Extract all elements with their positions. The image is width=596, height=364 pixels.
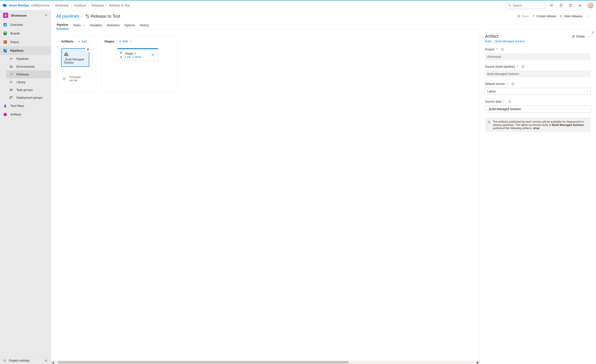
svg-rect-20: [5, 32, 7, 33]
tab-tasks[interactable]: Tasks: [73, 22, 86, 29]
tab-pipeline[interactable]: Pipeline: [56, 22, 69, 29]
releases-icon: [9, 72, 13, 76]
scroll-right-icon[interactable]: ▶: [476, 361, 480, 364]
svg-rect-34: [10, 89, 13, 90]
sidebar-item-repos[interactable]: Repos: [0, 38, 51, 46]
content-row: Artifacts | Add _Build Managed Solution: [51, 30, 596, 364]
sidebar-item-artifacts[interactable]: Artifacts: [0, 110, 51, 119]
sidebar-item-testplans[interactable]: Test Plans: [0, 102, 51, 110]
delete-label: Delete: [576, 35, 585, 38]
svg-rect-46: [518, 16, 520, 17]
search-input[interactable]: [513, 4, 550, 7]
add-artifact-button[interactable]: Add: [78, 40, 87, 43]
stage-jobs-link[interactable]: 1 job, 2 tasks: [125, 55, 148, 58]
sidebar-sub-taskgroups[interactable]: Task groups: [6, 86, 51, 94]
view-releases-button[interactable]: View releases: [558, 13, 584, 19]
sidebar-sub-deploymentgroups[interactable]: Deployment groups: [6, 94, 51, 102]
search-box[interactable]: [506, 2, 545, 9]
sidebar-item-overview[interactable]: Overview: [0, 21, 51, 29]
azure-devops-logo-icon[interactable]: [3, 3, 7, 7]
svg-point-72: [590, 36, 590, 37]
sidebar-sub-environments[interactable]: Environments: [6, 63, 51, 70]
stage-card[interactable]: Stage 1 1 job, 2 tasks: [117, 48, 158, 61]
artifact-card[interactable]: _Build Managed Solution: [61, 48, 89, 67]
chevron-down-icon: [130, 40, 132, 43]
alias-label: Source alias: [485, 100, 502, 103]
schedule-row[interactable]: Schedule not set: [61, 75, 93, 82]
trigger-icon[interactable]: [85, 46, 91, 52]
svg-rect-30: [11, 66, 12, 68]
sidebar-item-label: Artifacts: [10, 113, 21, 116]
panel-more-button[interactable]: [588, 35, 591, 38]
gear-icon: [3, 359, 7, 362]
sidebar-sub-releases[interactable]: Releases: [6, 70, 51, 78]
breadcrumb-item[interactable]: Releases: [91, 4, 104, 7]
svg-rect-36: [10, 96, 11, 97]
breadcrumb-sep: /: [52, 4, 53, 7]
all-pipelines-link[interactable]: All pipelines: [56, 14, 79, 19]
breadcrumb-item[interactable]: Release to Test: [109, 4, 130, 7]
scroll-left-icon[interactable]: ◀: [51, 361, 54, 364]
svg-line-33: [12, 81, 12, 83]
source-label: Source (build pipeline): [485, 65, 515, 68]
sidebar-footer[interactable]: Project settings: [0, 357, 51, 364]
info-callout: The artifacts published by each version …: [485, 118, 591, 132]
deploymentgroups-icon: [9, 96, 13, 100]
panel-subtitle[interactable]: Build - _Build Managed Solution: [485, 40, 591, 43]
version-select[interactable]: Latest: [485, 88, 591, 95]
breadcrumb-item[interactable]: Showcase: [55, 4, 69, 7]
info-icon[interactable]: [512, 82, 514, 85]
stage-pre-icons[interactable]: [120, 51, 123, 59]
work-items-icon[interactable]: [548, 1, 555, 9]
project-badge: S: [3, 13, 8, 18]
tab-label: Tasks: [73, 23, 81, 27]
sidebar-sub-label: Library: [16, 80, 26, 84]
sidebar-sub-pipelines-item[interactable]: Pipelines: [6, 55, 51, 63]
info-icon[interactable]: [522, 65, 524, 68]
alias-input[interactable]: [487, 107, 589, 111]
artifacts-column: Artifacts | Add _Build Managed Solution: [58, 36, 96, 92]
tab-history[interactable]: History: [139, 22, 149, 29]
sidebar-item-boards[interactable]: Boards: [0, 29, 51, 38]
delete-button[interactable]: Delete: [572, 35, 585, 38]
create-release-button[interactable]: Create release: [530, 13, 558, 19]
sidebar-project-header[interactable]: S Showcase: [0, 10, 51, 21]
alias-input-wrap[interactable]: [485, 105, 591, 113]
help-icon[interactable]: [567, 1, 574, 9]
stage-name: Stage 1: [125, 52, 148, 55]
svg-point-24: [6, 42, 6, 43]
svg-point-5: [550, 4, 550, 5]
tab-options[interactable]: Options: [124, 22, 135, 29]
user-avatar[interactable]: [587, 2, 593, 8]
tab-retention[interactable]: Retention: [106, 22, 120, 29]
sidebar-item-label: Overview: [10, 23, 23, 27]
stage-post-icon[interactable]: [150, 52, 156, 58]
project-name: Showcase: [11, 14, 45, 17]
h-scrollbar[interactable]: ◀ ▶: [51, 361, 480, 364]
marketplace-icon[interactable]: [557, 1, 565, 9]
svg-point-70: [588, 36, 589, 37]
schedule-label: Schedule: [69, 75, 81, 79]
user-settings-icon[interactable]: [576, 1, 584, 9]
info-icon[interactable]: [508, 100, 511, 103]
scroll-thumb[interactable]: [58, 361, 348, 364]
close-panel-button[interactable]: [591, 31, 594, 34]
more-button[interactable]: [584, 13, 591, 19]
add-project-icon[interactable]: [45, 14, 48, 17]
breadcrumb-item[interactable]: m365princess: [31, 4, 50, 7]
save-button: Save: [516, 13, 530, 19]
library-icon: [9, 80, 13, 84]
collapse-icon[interactable]: [45, 359, 48, 362]
brand-label[interactable]: Azure DevOps: [9, 4, 29, 7]
sidebar-sub-library[interactable]: Library: [6, 78, 51, 86]
info-icon[interactable]: [501, 48, 504, 51]
svg-rect-38: [10, 98, 11, 99]
svg-rect-19: [4, 32, 5, 33]
clock-icon: [61, 76, 67, 82]
sidebar: S Showcase Overview Boards Repos Pipelin…: [0, 10, 51, 364]
tab-variables[interactable]: Variables: [89, 22, 102, 29]
sidebar-item-pipelines[interactable]: Pipelines: [0, 46, 51, 55]
add-stage-button[interactable]: Add: [119, 40, 132, 43]
breadcrumb-item[interactable]: Pipelines: [74, 4, 86, 7]
page-toolbar: All pipelines › Release to Test Save Cre…: [51, 10, 596, 19]
